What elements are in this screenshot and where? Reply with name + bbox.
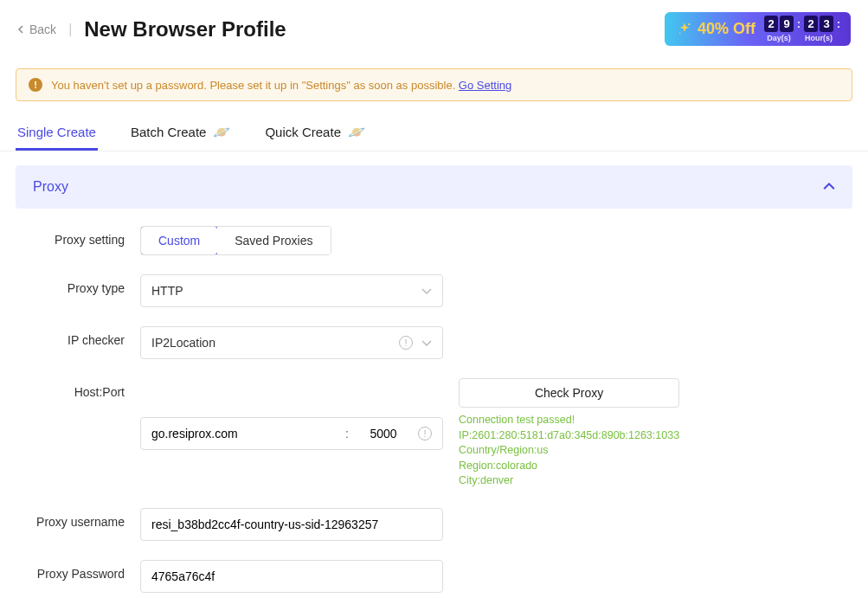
day-digit-1: 2 [764,16,778,32]
svg-point-0 [688,23,690,24]
svg-point-1 [679,32,681,34]
check-result-line4: Region:colorado [459,459,679,474]
proxy-type-select[interactable]: HTTP [140,274,443,307]
proxy-setting-custom[interactable]: Custom [140,226,218,255]
warning-icon: ! [29,78,42,92]
host-input[interactable] [151,418,337,449]
check-result-line3: Country/Region:us [459,443,679,459]
countdown-hours: 2 3 Hour(s) [804,16,833,42]
row-proxy-password: Proxy Password [19,560,849,593]
countdown-colon: : [797,16,800,30]
ip-checker-select[interactable]: IP2Location ! [140,326,443,359]
alert-text: You haven't set up a password. Please se… [51,79,511,92]
proxy-setting-segmented: Custom Saved Proxies [140,226,331,255]
sparkle-icon [677,22,692,37]
chevron-down-icon [421,286,432,296]
back-button[interactable]: Back [17,23,56,36]
countdown-trailing-colon: : [837,16,840,30]
proxy-username-label: Proxy username [19,508,140,529]
proxy-password-field [140,560,443,593]
day-digit-2: 9 [780,16,794,32]
hostport-label: Host:Port [19,378,140,399]
hour-digit-2: 3 [820,16,833,32]
check-proxy-result: Connection test passed! IP:2601:280:5181… [459,413,679,489]
proxy-username-field [140,508,443,541]
ip-checker-label: IP checker [19,326,140,347]
promo-text: 40% Off [698,20,755,38]
row-proxy-username: Proxy username [19,508,849,541]
back-label: Back [29,23,56,36]
promo-banner[interactable]: 40% Off 2 9 Day(s) : 2 3 Hour(s) : [665,12,851,46]
proxy-username-input[interactable] [151,518,432,531]
hour-digit-1: 2 [804,16,818,32]
tab-batch-create[interactable]: Batch Create 🪐 [129,113,233,151]
row-proxy-type: Proxy type HTTP [19,274,849,307]
proxy-form: Proxy setting Custom Saved Proxies Proxy… [16,209,852,598]
saturn-icon: 🪐 [213,124,230,140]
port-input[interactable] [357,418,409,449]
create-tabs: Single Create Batch Create 🪐 Quick Creat… [0,113,868,151]
countdown: 2 9 Day(s) : 2 3 Hour(s) : [764,16,840,42]
check-proxy-column: Check Proxy Connection test passed! IP:2… [459,378,679,489]
proxy-setting-saved[interactable]: Saved Proxies [217,227,330,254]
row-ip-checker: IP checker IP2Location ! [19,326,849,359]
check-result-line5: City:denver [459,473,679,489]
promo-left: 40% Off [677,20,755,38]
ip-checker-value: IP2Location [151,336,215,350]
proxy-setting-label: Proxy setting [19,226,140,247]
proxy-password-label: Proxy Password [19,560,140,581]
check-result-line2: IP:2601:280:5181:d7a0:345d:890b:1263:103… [459,428,679,444]
tab-quick-create[interactable]: Quick Create 🪐 [263,113,367,151]
proxy-type-label: Proxy type [19,274,140,295]
password-alert: ! You haven't set up a password. Please … [16,68,852,101]
row-proxy-setting: Proxy setting Custom Saved Proxies [19,226,849,255]
proxy-password-input[interactable] [151,569,432,583]
check-result-line1: Connection test passed! [459,413,679,428]
days-label: Day(s) [767,34,791,42]
chevron-up-icon [823,181,835,193]
proxy-type-value: HTTP [151,284,183,298]
tab-quick-label: Quick Create [265,125,341,139]
content: Proxy Proxy setting Custom Saved Proxies… [0,151,868,598]
hostport-colon: : [345,427,349,440]
header-left: Back | New Browser Profile [17,17,286,42]
page-title: New Browser Profile [84,17,286,42]
divider: | [68,22,72,37]
header: Back | New Browser Profile 40% Off 2 9 D… [0,0,868,58]
proxy-panel-header[interactable]: Proxy [16,165,852,209]
saturn-icon: 🪐 [348,124,365,140]
go-setting-link[interactable]: Go Setting [459,79,511,92]
tab-batch-label: Batch Create [131,125,207,139]
hours-label: Hour(s) [805,34,833,42]
countdown-days: 2 9 Day(s) [764,16,794,42]
row-hostport: Host:Port : ! Check Proxy Connection tes… [19,378,849,489]
info-icon: ! [399,336,413,350]
info-icon: ! [418,427,432,440]
alert-text-body: You haven't set up a password. Please se… [51,79,459,92]
panel-title: Proxy [33,179,68,195]
chevron-left-icon [17,25,26,34]
chevron-down-icon [421,338,432,348]
tab-single-create[interactable]: Single Create [16,114,98,151]
check-proxy-button[interactable]: Check Proxy [459,378,679,408]
hostport-field: : ! [140,417,443,450]
tab-single-label: Single Create [17,125,96,139]
